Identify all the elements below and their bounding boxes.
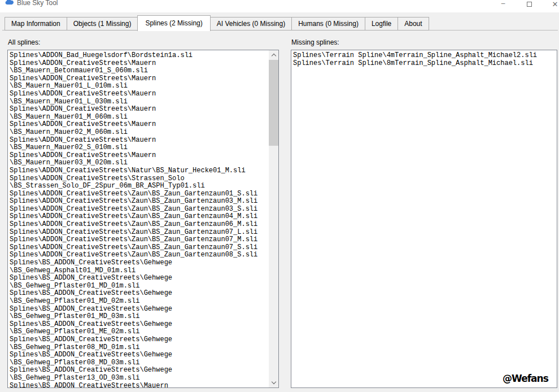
list-item[interactable]: \BS_Gehweg_Pflaster01_MD_01m.sli xyxy=(10,282,267,290)
scroll-down-button[interactable] xyxy=(269,378,278,387)
maximize-icon xyxy=(527,2,532,7)
list-item[interactable]: Splines\ADDON_CreativeStreets\Zaun\BS_Za… xyxy=(10,221,267,229)
tab-ai-vehicles[interactable]: AI Vehicles (0 Missing) xyxy=(210,17,292,31)
list-item[interactable]: Splines\Terrain Spline\4mTerrain_Spline_… xyxy=(293,52,554,60)
minimize-button[interactable]: – xyxy=(495,0,512,9)
list-item[interactable]: Splines\ADDON_CreativeStreets\Zaun\BS_Za… xyxy=(10,206,267,214)
list-item[interactable]: \BS_Mauern_Mauer02_S_010m.sli xyxy=(10,144,267,152)
list-item[interactable]: Splines\BS_ADDON_CreativeStreets\Gehwege xyxy=(10,367,267,374)
list-item[interactable]: Splines\ADDON_CreativeStreets\Zaun\BS_Za… xyxy=(10,251,267,259)
close-icon: ✕ xyxy=(552,0,558,8)
all-splines-label: All splines: xyxy=(8,38,40,46)
list-item[interactable]: Splines\ADDON_CreativeStreets\Mauern xyxy=(10,106,267,114)
close-button[interactable]: ✕ xyxy=(547,0,559,9)
tab-humans[interactable]: Humans (0 Missing) xyxy=(291,17,365,31)
list-item[interactable]: Splines\Terrain Spline\8mTerrain_Spline_… xyxy=(293,60,554,68)
list-item[interactable]: Splines\BS_ADDON_CreativeStreets\Mauern xyxy=(10,382,267,388)
titlebar[interactable]: Blue Sky Tool – ✕ xyxy=(0,0,559,12)
list-item[interactable]: Splines\ADDON_CreativeStreets\Mauern xyxy=(10,137,267,145)
list-item[interactable]: Splines\ADDON_CreativeStreets\Zaun\BS_Za… xyxy=(10,236,267,244)
chevron-down-icon xyxy=(271,380,276,384)
list-item[interactable]: Splines\BS_ADDON_CreativeStreets\Gehwege xyxy=(10,259,267,267)
list-item[interactable]: Splines\ADDON_CreativeStreets\Zaun\BS_Za… xyxy=(10,190,267,198)
list-item[interactable]: \BS_Gehweg_Pflaster08_MD_01m.sli xyxy=(10,344,267,352)
all-splines-listbox[interactable]: Splines\ADDON_Bad_Huegelsdorf\Bordstein1… xyxy=(7,50,279,388)
list-item[interactable]: Splines\BS_ADDON_CreativeStreets\Gehwege xyxy=(10,290,267,298)
list-item[interactable]: \BS_Gehweg_Pflaster08_MD_03m.sli xyxy=(10,359,267,367)
cloud-icon[interactable] xyxy=(5,0,15,6)
list-item[interactable]: Splines\ADDON_CreativeStreets\Mauern xyxy=(10,152,267,160)
missing-splines-list: Splines\Terrain Spline\4mTerrain_Spline_… xyxy=(293,52,554,67)
list-item[interactable]: Splines\ADDON_CreativeStreets\Mauern xyxy=(10,75,267,83)
list-item[interactable]: \BS_Mauern_Mauer01_L_010m.sli xyxy=(10,82,267,90)
list-item[interactable]: \BS_Gehweg_Pflaster01_MD_03m.sli xyxy=(10,313,267,321)
list-item[interactable]: \BS_Gehweg_Asphalt01_MD_01m.sli xyxy=(10,267,267,275)
window-title: Blue Sky Tool xyxy=(17,0,58,7)
list-item[interactable]: \BS_Mauern_Mauer03_M_020m.sli xyxy=(10,159,267,167)
list-item[interactable]: Splines\BS_ADDON_CreativeStreets\Gehwege xyxy=(10,351,267,359)
list-item[interactable]: \BS_Gehweg_Pflaster01_ME_02m.sli xyxy=(10,328,267,336)
list-item[interactable]: Splines\BS_ADDON_CreativeStreets\Gehwege xyxy=(10,321,267,329)
list-item[interactable]: \BS_Mauern_Mauer01_L_030m.sli xyxy=(10,98,267,106)
minimize-icon: – xyxy=(501,0,505,7)
list-item[interactable]: Splines\BS_ADDON_CreativeStreets\Gehwege xyxy=(10,275,267,282)
list-item[interactable]: Splines\ADDON_CreativeStreets\Zaun\BS_Za… xyxy=(10,229,267,237)
list-item[interactable]: Splines\ADDON_CreativeStreets\Zaun\BS_Za… xyxy=(10,213,267,221)
list-item[interactable]: \BS_Mauern_Mauer02_M_060m.sli xyxy=(10,129,267,137)
list-item[interactable]: Splines\ADDON_CreativeStreets\Mauern xyxy=(10,60,267,68)
list-item[interactable]: Splines\ADDON_CreativeStreets\Mauern xyxy=(10,121,267,129)
missing-splines-label: Missing splines: xyxy=(291,38,339,46)
app-window: Blue Sky Tool – ✕ Map Information Object… xyxy=(0,0,559,392)
tab-logfile[interactable]: Logfile xyxy=(365,17,398,31)
list-item[interactable]: Splines\ADDON_Bad_Huegelsdorf\Bordstein1… xyxy=(10,52,267,60)
vertical-scrollbar[interactable] xyxy=(269,50,278,387)
list-item[interactable]: Splines\ADDON_CreativeStreets\Mauern xyxy=(10,90,267,98)
list-item[interactable]: Splines\ADDON_CreativeStreets\Zaun\BS_Za… xyxy=(10,244,267,252)
scroll-up-button[interactable] xyxy=(269,50,278,60)
tab-strip: Map Information Objects (1 Missing) Spli… xyxy=(0,16,559,31)
all-splines-list: Splines\ADDON_Bad_Huegelsdorf\Bordstein1… xyxy=(10,52,267,388)
list-item[interactable]: \BS_Mauern_Betonmauer01_S_060m.sli xyxy=(10,67,267,75)
tab-splines[interactable]: Splines (2 Missing) xyxy=(137,15,210,31)
list-item[interactable]: \BS_Gehweg_Pflaster01_MD_02m.sli xyxy=(10,298,267,306)
scrollbar-thumb[interactable] xyxy=(269,60,278,146)
list-item[interactable]: Splines\ADDON_CreativeStreets\Natur\BS_N… xyxy=(10,167,267,175)
list-item[interactable]: \BS_Gehweg_Pflaster13_OD_03m.sli xyxy=(10,374,267,382)
tab-about[interactable]: About xyxy=(398,17,429,31)
list-item[interactable]: \BS_Strassen_Solo_DF_2Spur_06m_BR_ASPH_T… xyxy=(10,182,267,190)
missing-splines-listbox[interactable]: Splines\Terrain Spline\4mTerrain_Spline_… xyxy=(291,50,557,388)
watermark: @Wefans xyxy=(503,373,548,384)
list-item[interactable]: Splines\BS_ADDON_CreativeStreets\Gehwege xyxy=(10,306,267,313)
list-item[interactable]: Splines\ADDON_CreativeStreets\Strassen_S… xyxy=(10,175,267,183)
tab-map-information[interactable]: Map Information xyxy=(5,17,67,31)
maximize-button[interactable] xyxy=(521,0,538,9)
tab-objects[interactable]: Objects (1 Missing) xyxy=(67,17,138,31)
list-item[interactable]: \BS_Mauern_Mauer01_M_060m.sli xyxy=(10,114,267,121)
chevron-up-icon xyxy=(271,54,276,58)
list-item[interactable]: Splines\ADDON_CreativeStreets\Zaun\BS_Za… xyxy=(10,198,267,206)
list-item[interactable]: Splines\BS_ADDON_CreativeStreets\Gehwege xyxy=(10,336,267,344)
